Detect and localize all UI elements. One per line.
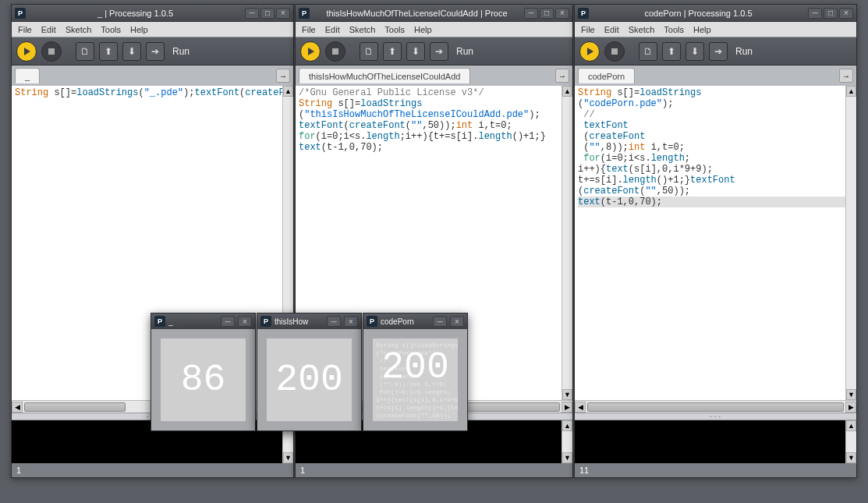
close-button[interactable]: × [276, 8, 290, 19]
output-window-3: P codePorn ─ × String s[]=loadStrings ("… [363, 313, 468, 431]
close-button[interactable]: × [344, 316, 358, 327]
stop-button[interactable] [604, 41, 625, 62]
menu-help[interactable]: Help [130, 25, 148, 34]
tab-menu-button[interactable]: → [555, 69, 569, 83]
maximize-button[interactable]: □ [260, 8, 275, 19]
scroll-right-icon[interactable]: ▶ [562, 402, 572, 413]
window-title: thisIsHow [275, 317, 324, 326]
line-number: 1 [300, 466, 305, 475]
tabbar: thisIsHowMuchOfTheLicenseICouldAdd → [296, 66, 572, 86]
minimize-button[interactable]: ─ [245, 8, 259, 19]
tab-menu-button[interactable]: → [839, 69, 853, 83]
line-number: 1 [16, 466, 21, 475]
scroll-down-icon[interactable]: ▼ [283, 452, 293, 463]
titlebar[interactable]: P codePorn ─ × [363, 313, 467, 329]
sketch-tab[interactable]: codePorn [578, 68, 635, 83]
scroll-up-icon[interactable]: ▲ [846, 420, 856, 431]
console-vscroll[interactable]: ▲ ▼ [845, 420, 856, 463]
titlebar[interactable]: P thisIsHowMuchOfTheLicenseICouldAdd | P… [296, 5, 572, 22]
editor-hscroll[interactable]: ◀ ▶ [575, 400, 856, 413]
output-canvas: String s[]=loadStrings ("codePorn.pde");… [373, 338, 458, 421]
scroll-down-icon[interactable]: ▼ [562, 452, 572, 463]
console-vscroll[interactable]: ▲ ▼ [562, 420, 572, 463]
minimize-button[interactable]: ─ [433, 316, 447, 327]
menubar: File Edit Sketch Tools Help [575, 22, 856, 37]
stop-button[interactable] [325, 41, 345, 62]
open-button[interactable]: ⬆ [383, 42, 402, 61]
menu-tools[interactable]: Tools [664, 25, 684, 34]
titlebar[interactable]: P thisIsHow ─ × [257, 313, 361, 329]
new-button[interactable]: 🗋 [76, 42, 94, 61]
output-window-2: P thisIsHow ─ × 200 [257, 313, 362, 431]
scroll-left-icon[interactable]: ◀ [12, 402, 23, 413]
code-area[interactable]: String s[]=loadStrings ("codePorn.pde");… [575, 86, 856, 400]
run-button[interactable] [300, 41, 321, 62]
new-button[interactable]: 🗋 [639, 42, 657, 61]
menu-file[interactable]: File [302, 25, 316, 34]
tab-menu-button[interactable]: → [276, 69, 290, 83]
save-button[interactable]: ⬇ [122, 42, 141, 61]
sketch-tab[interactable]: thisIsHowMuchOfTheLicenseICouldAdd [299, 68, 470, 83]
split-grip[interactable]: • • • [575, 413, 856, 420]
app-icon: P [260, 316, 271, 327]
menu-edit[interactable]: Edit [41, 25, 56, 34]
export-button[interactable]: ➔ [430, 42, 448, 61]
minimize-button[interactable]: ─ [327, 316, 341, 327]
toolbar-label: Run [735, 46, 753, 57]
open-icon: ⬆ [105, 46, 112, 57]
menu-sketch[interactable]: Sketch [629, 25, 655, 34]
menu-edit[interactable]: Edit [325, 25, 340, 34]
toolbar: 🗋 ⬆ ⬇ ➔ Run [12, 37, 293, 66]
menu-tools[interactable]: Tools [101, 25, 121, 34]
new-button[interactable]: 🗋 [360, 42, 378, 61]
minimize-button[interactable]: ─ [524, 8, 538, 19]
scroll-down-icon[interactable]: ▼ [846, 389, 856, 400]
scroll-up-icon[interactable]: ▲ [562, 86, 572, 97]
minimize-button[interactable]: ─ [808, 8, 822, 19]
scroll-up-icon[interactable]: ▲ [562, 420, 572, 431]
maximize-button[interactable]: □ [824, 8, 838, 19]
close-button[interactable]: × [555, 8, 569, 19]
save-button[interactable]: ⬇ [406, 42, 425, 61]
minimize-button[interactable]: ─ [221, 316, 235, 327]
menu-edit[interactable]: Edit [604, 25, 619, 34]
open-icon: ⬆ [668, 46, 675, 57]
editor-vscroll[interactable]: ▲ ▼ [562, 86, 572, 400]
run-button[interactable] [16, 41, 37, 62]
scroll-up-icon[interactable]: ▲ [283, 86, 293, 97]
scroll-down-icon[interactable]: ▼ [846, 452, 856, 463]
play-icon [24, 48, 30, 55]
sketch-tab[interactable]: _ [15, 68, 40, 83]
export-button[interactable]: ➔ [709, 42, 728, 61]
run-button[interactable] [579, 41, 600, 62]
menu-sketch[interactable]: Sketch [349, 25, 376, 34]
scroll-down-icon[interactable]: ▼ [562, 389, 572, 400]
open-button[interactable]: ⬆ [99, 42, 118, 61]
titlebar[interactable]: P _ ─ × [151, 313, 255, 329]
menu-tools[interactable]: Tools [384, 25, 405, 34]
scroll-left-icon[interactable]: ◀ [575, 402, 586, 413]
titlebar[interactable]: P _ | Processing 1.0.5 ─ □ × [12, 5, 293, 22]
save-button[interactable]: ⬇ [686, 42, 704, 61]
stop-button[interactable] [41, 41, 62, 62]
menu-help[interactable]: Help [414, 25, 432, 34]
open-button[interactable]: ⬆ [662, 42, 681, 61]
maximize-button[interactable]: □ [540, 8, 554, 19]
menu-file[interactable]: File [18, 25, 32, 34]
close-button[interactable]: × [839, 8, 853, 19]
app-icon: P [578, 8, 589, 19]
close-button[interactable]: × [450, 316, 464, 327]
titlebar[interactable]: P codePorn | Processing 1.0.5 ─ □ × [575, 5, 856, 22]
scroll-right-icon[interactable]: ▶ [845, 402, 856, 413]
tabbar: _ → [12, 66, 293, 86]
menubar: File Edit Sketch Tools Help [296, 22, 572, 37]
hscroll-thumb[interactable] [24, 402, 126, 412]
hscroll-thumb[interactable] [587, 402, 844, 412]
menu-help[interactable]: Help [693, 25, 711, 34]
close-button[interactable]: × [238, 316, 252, 327]
scroll-up-icon[interactable]: ▲ [846, 86, 856, 97]
export-button[interactable]: ➔ [146, 42, 165, 61]
menu-sketch[interactable]: Sketch [66, 25, 92, 34]
menu-file[interactable]: File [581, 25, 595, 34]
editor-vscroll[interactable]: ▲ ▼ [845, 86, 856, 400]
